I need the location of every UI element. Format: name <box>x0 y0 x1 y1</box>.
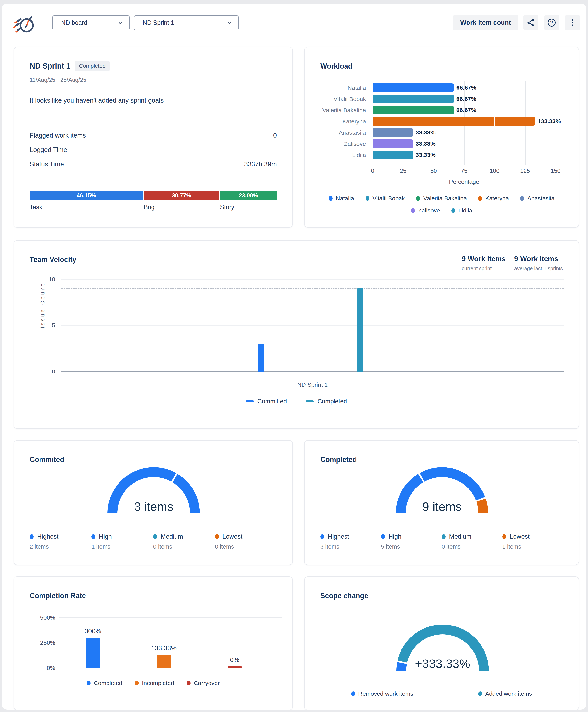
sprint-status-badge: Completed <box>75 61 110 71</box>
legend-label: Added work items <box>485 690 532 697</box>
legend-count: 0 items <box>153 543 215 550</box>
legend-item[interactable]: Highest <box>320 533 381 540</box>
sprint-date-range: 11/Aug/25 - 25/Aug/25 <box>30 77 86 83</box>
legend-dot-icon <box>451 208 455 213</box>
legend-item[interactable]: Natalia <box>329 195 354 202</box>
legend-count: 0 items <box>442 543 502 550</box>
velocity-stat-value: 9 Work items <box>514 255 563 263</box>
legend-item[interactable]: Lidiia <box>451 207 472 214</box>
priority-legend-column: High1 items <box>91 533 153 550</box>
legend-item[interactable]: Completed <box>87 680 122 687</box>
legend-item[interactable]: Medium <box>153 533 215 540</box>
workload-x-tick: 150 <box>551 167 561 174</box>
board-select[interactable]: ND board <box>52 15 129 30</box>
type-bar-segment: 23.08% <box>220 191 277 200</box>
workload-bar-value-label: 133.33% <box>538 117 561 126</box>
velocity-y-tick: 10 <box>40 276 55 282</box>
velocity-x-category: ND Sprint 1 <box>61 381 564 388</box>
priority-legend-column: Medium0 items <box>442 533 502 550</box>
legend-dot-icon <box>215 534 219 539</box>
completed-gauge-label: 9 items <box>391 500 493 514</box>
legend-item[interactable]: Committed <box>246 398 287 405</box>
workload-bar-segment <box>373 139 413 148</box>
workload-bar-segment <box>373 151 413 159</box>
workload-bar-name: Lidiia <box>320 149 366 161</box>
completion-bar-completed <box>86 638 100 668</box>
workload-x-tick: 100 <box>490 167 500 174</box>
legend-dot-icon <box>87 681 90 686</box>
legend-label: Highest <box>37 533 59 540</box>
workload-bar-segment <box>413 95 454 103</box>
completion-bar-carryover <box>228 666 242 668</box>
legend-item[interactable]: Vitalii Bobak <box>365 195 405 202</box>
legend-item[interactable]: Valeriia Bakalina <box>416 195 467 202</box>
team-velocity-card: Team Velocity 9 Work items current sprin… <box>14 240 579 429</box>
legend-item[interactable]: Medium <box>442 533 502 540</box>
legend-item[interactable]: Added work items <box>478 690 532 697</box>
completion-rate-title: Completion Rate <box>30 592 86 600</box>
workload-legend-row: ZalisoveLidiia <box>320 207 563 214</box>
legend-label: High <box>388 533 401 540</box>
velocity-y-axis-label: Issue Count <box>40 283 46 328</box>
legend-count: 1 items <box>91 543 153 550</box>
legend-item[interactable]: Lowest <box>215 533 277 540</box>
legend-item[interactable]: Zalisove <box>411 207 440 214</box>
app-logo-timer-icon <box>13 13 36 37</box>
velocity-stat-average: 9 Work items average last 1 sprints <box>514 255 563 271</box>
completion-bar-value-label: 133.33% <box>151 644 177 652</box>
legend-label: Anastasiia <box>527 195 554 202</box>
workload-x-tick: 0 <box>371 167 374 174</box>
legend-item[interactable]: Carryover <box>187 680 220 687</box>
legend-label: Lowest <box>510 533 530 540</box>
work-item-count-button[interactable]: Work item count <box>453 15 519 30</box>
work-item-type-labels: TaskBugStory <box>30 204 277 211</box>
workload-bar-name: Valeriia Bakalina <box>320 105 366 116</box>
sprint-title-row: ND Sprint 1 Completed <box>30 61 110 71</box>
team-velocity-title: Team Velocity <box>30 255 76 264</box>
committed-card: Commited 3 items Highest2 itemsHigh1 ite… <box>14 440 293 565</box>
app-window: ND board ND Sprint 1 Work item count ? <box>2 3 586 710</box>
velocity-gridline <box>61 279 564 280</box>
legend-item[interactable]: Kateryna <box>478 195 509 202</box>
completed-priority-legend: Highest3 itemsHigh5 itemsMedium0 itemsLo… <box>320 533 563 550</box>
workload-bar <box>373 128 555 137</box>
legend-item[interactable]: Highest <box>30 533 91 540</box>
completed-card: Completed 9 items Highest3 itemsHigh5 it… <box>304 440 579 565</box>
legend-dot-icon <box>478 196 482 201</box>
legend-label: Completed <box>94 680 122 687</box>
legend-label: Natalia <box>336 195 354 202</box>
legend-item[interactable]: Completed <box>306 398 347 405</box>
legend-item[interactable]: Removed work items <box>351 690 413 697</box>
share-button[interactable] <box>523 15 539 30</box>
scope-change-gauge-label: +333.33% <box>392 656 493 671</box>
stat-row-flagged: Flagged work items 0 <box>30 132 277 139</box>
workload-bar-segment <box>373 117 494 126</box>
workload-bar-value-label: 66.67% <box>456 95 476 103</box>
completed-title: Completed <box>320 456 357 464</box>
velocity-stat-caption: current sprint <box>462 265 505 271</box>
legend-label: Zalisove <box>418 207 440 214</box>
legend-dot-icon <box>329 196 333 201</box>
legend-label: Removed work items <box>358 690 413 697</box>
more-menu-button[interactable] <box>565 15 580 30</box>
stat-label: Status Time <box>30 161 64 168</box>
legend-dot-icon <box>135 681 139 686</box>
legend-item[interactable]: High <box>91 533 153 540</box>
legend-label: Kateryna <box>485 195 509 202</box>
board-select-value: ND board <box>61 19 87 26</box>
legend-item[interactable]: Anastasiia <box>520 195 554 202</box>
legend-label: Completed <box>317 398 347 405</box>
stat-value: 3337h 39m <box>244 161 277 168</box>
help-button[interactable]: ? <box>544 15 559 30</box>
workload-x-axis-label: Percentage <box>373 179 555 185</box>
sprint-select[interactable]: ND Sprint 1 <box>134 15 238 30</box>
legend-count: 2 items <box>30 543 91 550</box>
completion-bar-value-label: 0% <box>230 656 239 664</box>
workload-plot: 0255075100125150Percentage66.67%66.67%66… <box>373 81 555 165</box>
legend-item[interactable]: Incompleted <box>135 680 174 687</box>
sprint-title: ND Sprint 1 <box>30 62 70 70</box>
legend-item[interactable]: High <box>381 533 442 540</box>
legend-item[interactable]: Lowest <box>502 533 563 540</box>
chevron-down-icon <box>226 19 233 26</box>
priority-legend-column: Highest3 items <box>320 533 381 550</box>
